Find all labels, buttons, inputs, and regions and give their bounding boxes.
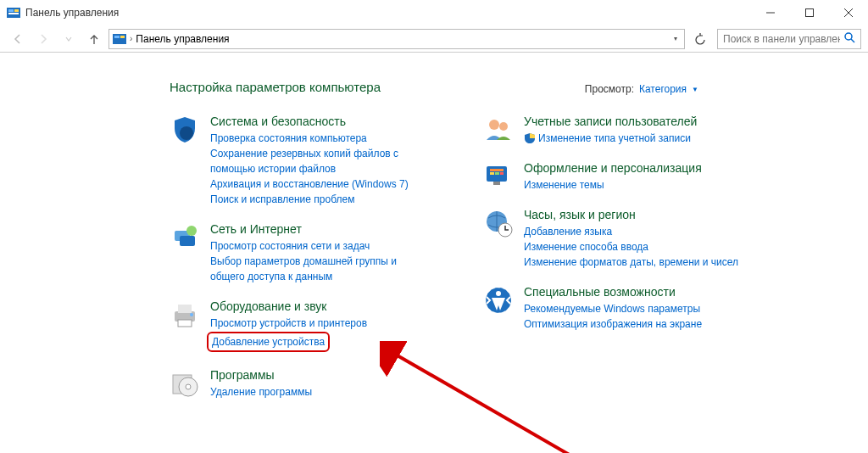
svg-rect-31: [493, 182, 500, 185]
users-icon: [483, 115, 514, 145]
breadcrumb[interactable]: Панель управления: [136, 33, 229, 45]
close-button[interactable]: [829, 0, 868, 25]
category-link[interactable]: Сохранение резервных копий файлов с помо…: [210, 146, 432, 176]
globe-network-icon: [170, 222, 200, 253]
control-panel-icon: [7, 6, 20, 20]
category-ease: Специальные возможности Рекомендуемые Wi…: [483, 285, 746, 332]
uac-shield-icon: [524, 132, 536, 144]
control-panel-icon: [113, 32, 126, 46]
breadcrumb-sep-icon: ›: [130, 34, 132, 43]
svg-point-25: [499, 122, 508, 131]
window-title: Панель управления: [25, 7, 119, 19]
svg-point-23: [186, 384, 191, 389]
svg-point-13: [180, 126, 193, 140]
category-title[interactable]: Сеть и Интернет: [210, 222, 432, 236]
svg-rect-9: [114, 36, 120, 38]
highlighted-link: Добавление устройства: [207, 332, 330, 352]
category-hardware: Оборудование и звук Просмотр устройств и…: [170, 299, 432, 353]
category-link[interactable]: Поиск и исправление проблем: [210, 192, 432, 207]
ease-of-access-icon: [483, 285, 514, 316]
category-title[interactable]: Специальные возможности: [524, 285, 746, 299]
page-title: Настройка параметров компьютера: [170, 80, 868, 94]
category-link[interactable]: Удаление программы: [210, 384, 432, 400]
title-bar: Панель управления: [0, 0, 868, 25]
content-area: Настройка параметров компьютера Просмотр…: [0, 53, 868, 415]
category-link[interactable]: Изменение типа учетной записи: [524, 131, 746, 146]
svg-rect-5: [806, 9, 814, 17]
up-button[interactable]: [83, 28, 105, 50]
category-link[interactable]: Рекомендуемые Windows параметры: [524, 301, 746, 316]
category-link[interactable]: Просмотр состояния сети и задач: [210, 238, 432, 254]
search-input[interactable]: [723, 33, 840, 45]
category-link[interactable]: Выбор параметров домашней группы и общег…: [210, 254, 432, 284]
chevron-down-icon[interactable]: ▼: [692, 86, 698, 93]
back-button[interactable]: [7, 28, 29, 50]
maximize-button[interactable]: [790, 0, 829, 25]
category-link[interactable]: Оптимизация изображения на экране: [524, 316, 746, 332]
category-appearance: Оформление и персонализация Изменение те…: [483, 161, 746, 193]
category-title[interactable]: Оборудование и звук: [210, 299, 432, 313]
category-title[interactable]: Часы, язык и регион: [524, 208, 746, 221]
category-link[interactable]: Архивация и восстановление (Windows 7): [210, 176, 432, 192]
svg-rect-30: [500, 172, 504, 175]
category-title[interactable]: Программы: [210, 368, 432, 382]
view-by-label: Просмотр:: [585, 83, 634, 95]
category-network: Сеть и Интернет Просмотр состояния сети …: [170, 222, 432, 284]
category-link[interactable]: Проверка состояния компьютера: [210, 131, 432, 146]
svg-rect-8: [113, 34, 126, 44]
svg-point-24: [489, 120, 499, 130]
category-title[interactable]: Система и безопасность: [210, 115, 432, 128]
svg-rect-29: [495, 172, 499, 175]
category-clock: Часы, язык и регион Добавление языка Изм…: [483, 208, 746, 270]
svg-rect-27: [490, 169, 504, 171]
svg-line-12: [851, 39, 854, 42]
category-system: Система и безопасность Проверка состояни…: [170, 115, 432, 207]
svg-point-20: [190, 313, 193, 316]
recent-dropdown[interactable]: [58, 28, 80, 50]
minimize-button[interactable]: [751, 0, 790, 25]
category-title[interactable]: Учетные записи пользователей: [524, 115, 746, 128]
svg-point-35: [496, 291, 501, 296]
globe-clock-icon: [483, 208, 514, 238]
svg-rect-1: [8, 9, 14, 12]
view-by: Просмотр: Категория ▼: [585, 83, 698, 95]
svg-rect-15: [180, 236, 195, 246]
monitor-palette-icon: [483, 161, 514, 192]
address-bar: › Панель управления ▾: [0, 25, 868, 53]
svg-rect-18: [178, 305, 192, 313]
search-box[interactable]: [717, 29, 861, 49]
view-by-value[interactable]: Категория: [639, 83, 687, 95]
refresh-button[interactable]: [690, 29, 710, 49]
search-icon[interactable]: [843, 31, 855, 46]
shield-icon: [170, 115, 200, 145]
category-accounts: Учетные записи пользователей Изменение т…: [483, 115, 746, 146]
svg-rect-2: [8, 13, 19, 14]
add-device-link[interactable]: Добавление устройства: [212, 336, 325, 348]
svg-rect-3: [14, 9, 19, 12]
address-dropdown-icon[interactable]: ▾: [670, 35, 681, 42]
svg-rect-28: [490, 172, 494, 175]
category-programs: Программы Удаление программы: [170, 368, 432, 400]
category-link[interactable]: Изменение способа ввода: [524, 239, 746, 254]
svg-point-16: [186, 226, 197, 236]
forward-button[interactable]: [32, 28, 54, 50]
category-link[interactable]: Добавление языка: [524, 224, 746, 239]
category-link[interactable]: Просмотр устройств и принтеров: [210, 316, 432, 331]
window-controls: [751, 0, 868, 25]
address-box[interactable]: › Панель управления ▾: [108, 29, 685, 49]
category-title[interactable]: Оформление и персонализация: [524, 161, 746, 175]
right-column: Учетные записи пользователей Изменение т…: [483, 115, 746, 415]
disc-icon: [170, 368, 200, 399]
printer-icon: [170, 299, 200, 330]
svg-point-11: [845, 33, 852, 40]
category-link[interactable]: Изменение темы: [524, 177, 746, 193]
svg-rect-10: [120, 36, 125, 38]
category-link[interactable]: Изменение форматов даты, времени и чисел: [524, 254, 746, 270]
svg-rect-19: [178, 320, 192, 327]
left-column: Система и безопасность Проверка состояни…: [170, 115, 432, 415]
